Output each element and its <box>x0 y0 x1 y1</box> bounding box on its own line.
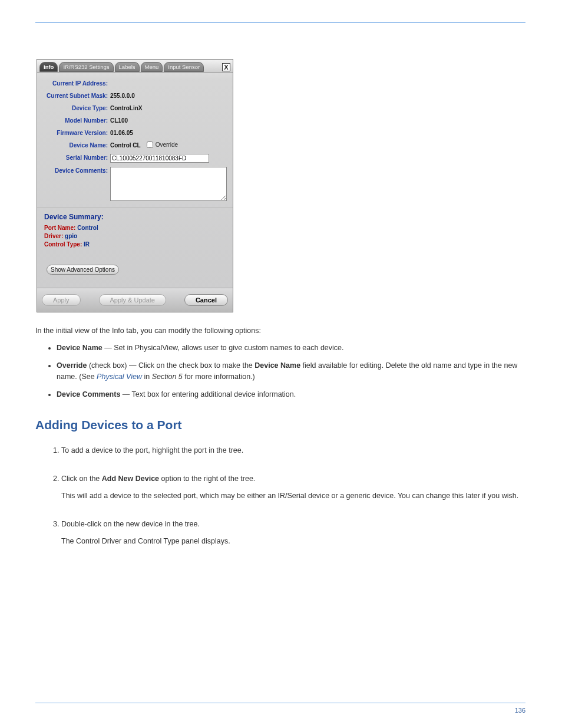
serial-number-label: Serial Number: <box>41 154 110 162</box>
device-comments-label: Device Comments: <box>41 167 110 175</box>
device-type-value: ControLinX <box>110 104 142 113</box>
bullet-2-p1: (check box) — Click on the check box to … <box>89 361 254 370</box>
bullet-2-p3: in <box>142 373 152 381</box>
tab-ir-rs232-settings[interactable]: IR/RS232 Settings <box>59 62 113 72</box>
device-summary-heading: Device Summary: <box>44 213 229 221</box>
bullet-2-devname: Device Name <box>254 361 300 370</box>
control-type-value: IR <box>84 241 90 248</box>
serial-number-input[interactable] <box>110 154 209 163</box>
driver-key: Driver: <box>44 233 63 239</box>
page-number: 136 <box>515 707 525 714</box>
device-summary: Device Summary: Port Name: Control Drive… <box>41 213 229 276</box>
bullet-2-section: Section 5 <box>152 373 183 381</box>
show-advanced-options-button[interactable]: Show Advanced Options <box>47 265 119 275</box>
ip-address-label: Current IP Address: <box>41 80 110 88</box>
port-name-row: Port Name: Control <box>44 225 229 231</box>
step-1: To add a device to the port, highlight t… <box>61 445 525 456</box>
page-top-rule <box>35 22 525 23</box>
apply-update-button[interactable]: Apply & Update <box>99 294 166 306</box>
bullet-1-rest: — Set in PhysicalView, allows user to gi… <box>103 344 344 352</box>
step-2-p2: option to the right of the tree. <box>159 475 255 483</box>
bullet-1-term: Device Name <box>57 344 103 352</box>
override-checkbox-wrap[interactable]: Override <box>147 141 178 148</box>
device-type-label: Device Type: <box>41 104 110 113</box>
bullet-device-name: Device Name — Set in PhysicalView, allow… <box>57 342 525 354</box>
override-label: Override <box>156 141 178 148</box>
device-name-value: Control CL <box>110 141 141 150</box>
model-number-value: CL100 <box>110 117 128 125</box>
intro-paragraph: In the initial view of the Info tab, you… <box>35 325 525 337</box>
tab-labels[interactable]: Labels <box>115 62 140 72</box>
device-info-dialog: Info IR/RS232 Settings Labels Menu Input… <box>37 59 233 312</box>
bullet-override: Override (check box) — Click on the chec… <box>57 360 525 383</box>
firmware-version-label: Firmware Version: <box>41 129 110 137</box>
bullet-3-rest: — Text box for entering additional devic… <box>120 390 296 398</box>
driver-row: Driver: gpio <box>44 233 229 239</box>
control-type-key: Control Type: <box>44 241 82 248</box>
tab-input-sensor[interactable]: Input Sensor <box>164 62 204 72</box>
bullet-device-comments: Device Comments — Text box for entering … <box>57 389 525 400</box>
step-2-bold: Add New Device <box>102 475 159 483</box>
tabs-row: Info IR/RS232 Settings Labels Menu Input… <box>37 60 233 73</box>
info-panel-body: Current IP Address: Current Subnet Mask:… <box>37 73 233 288</box>
tab-info[interactable]: Info <box>39 62 58 72</box>
tab-menu[interactable]: Menu <box>141 62 163 72</box>
steps-list: To add a device to the port, highlight t… <box>35 445 525 547</box>
page-footer: 136 <box>35 703 525 714</box>
step-3-detail: The Control Driver and Control Type pane… <box>61 536 525 547</box>
close-icon[interactable]: X <box>222 63 230 71</box>
step-2-p1: Click on the <box>61 475 102 483</box>
section-heading-adding-devices: Adding Devices to a Port <box>35 416 525 435</box>
dialog-footer: Apply Apply & Update Cancel <box>37 288 233 312</box>
step-2: Click on the Add New Device option to th… <box>61 473 525 502</box>
subnet-mask-value: 255.0.0.0 <box>110 92 135 100</box>
override-checkbox[interactable] <box>147 141 153 148</box>
device-name-label: Device Name: <box>41 141 110 150</box>
intro-bullets: Device Name — Set in PhysicalView, allow… <box>35 342 525 400</box>
model-number-label: Model Number: <box>41 117 110 125</box>
bullet-2-p4: for more information.) <box>183 373 255 381</box>
firmware-version-value: 01.06.05 <box>110 129 133 137</box>
cancel-button[interactable]: Cancel <box>184 294 228 306</box>
port-name-key: Port Name: <box>44 225 75 231</box>
bullet-2-link: Physical View <box>97 373 142 381</box>
step-3: Double-click on the new device in the tr… <box>61 519 525 548</box>
section-separator <box>37 207 233 208</box>
document-body: In the initial view of the Info tab, you… <box>35 325 525 564</box>
bullet-3-term: Device Comments <box>57 390 120 398</box>
apply-button[interactable]: Apply <box>42 294 81 306</box>
control-type-row: Control Type: IR <box>44 241 229 248</box>
device-comments-input[interactable] <box>110 167 227 201</box>
driver-value: gpio <box>65 233 77 239</box>
port-name-value: Control <box>77 225 98 231</box>
step-3-text: Double-click on the new device in the tr… <box>61 520 200 528</box>
step-2-detail: This will add a device to the selected p… <box>61 490 525 502</box>
subnet-mask-label: Current Subnet Mask: <box>41 92 110 100</box>
bullet-2-term: Override <box>57 361 89 370</box>
